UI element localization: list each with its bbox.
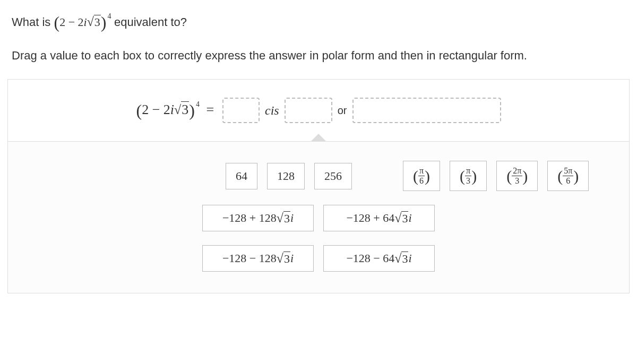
drop-angle[interactable] [285, 98, 332, 123]
answer-panel: (2 − 2i√3)4 = cis or [7, 79, 630, 142]
question-expression: (2 − 2i√3)4 [54, 15, 114, 29]
panel-notch [311, 134, 326, 142]
lhs-expression: (2 − 2i√3)4 = [136, 100, 217, 120]
tile-row-2: −128 + 128√3i −128 + 64√3i [19, 205, 618, 231]
tile-row-1: 64 128 256 (π6) (π3) (2π3) (5π6) [19, 161, 618, 191]
drop-modulus[interactable] [222, 98, 260, 123]
question-prefix: What is [12, 15, 54, 29]
question-area: What is (2 − 2i√3)4 equivalent to? Drag … [0, 0, 637, 79]
tile-neg128-minus-64sqrt3i[interactable]: −128 − 64√3i [323, 245, 435, 272]
question-suffix: equivalent to? [114, 15, 187, 29]
instruction-text: Drag a value to each box to correctly ex… [12, 47, 625, 64]
tile-neg128-plus-64sqrt3i[interactable]: −128 + 64√3i [323, 205, 435, 231]
question-text: What is (2 − 2i√3)4 equivalent to? [12, 10, 625, 35]
drop-rectangular[interactable] [352, 98, 501, 123]
tile-pi-over-3[interactable]: (π3) [450, 161, 487, 191]
tile-5pi-over-6[interactable]: (5π6) [547, 161, 589, 191]
tile-2pi-over-3[interactable]: (2π3) [496, 161, 538, 191]
tile-64[interactable]: 64 [226, 163, 257, 189]
tile-neg128-minus-128sqrt3i[interactable]: −128 − 128√3i [202, 245, 314, 272]
tile-neg128-plus-128sqrt3i[interactable]: −128 + 128√3i [202, 205, 314, 231]
equation-row: (2 − 2i√3)4 = cis or [19, 98, 618, 123]
tile-128[interactable]: 128 [267, 163, 305, 189]
cis-label: cis [265, 103, 279, 118]
or-label: or [338, 105, 347, 117]
tile-row-3: −128 − 128√3i −128 − 64√3i [19, 245, 618, 272]
tiles-panel: 64 128 256 (π6) (π3) (2π3) (5π6) −128 + … [7, 142, 630, 293]
tile-pi-over-6[interactable]: (π6) [403, 161, 440, 191]
tile-256[interactable]: 256 [314, 163, 352, 189]
